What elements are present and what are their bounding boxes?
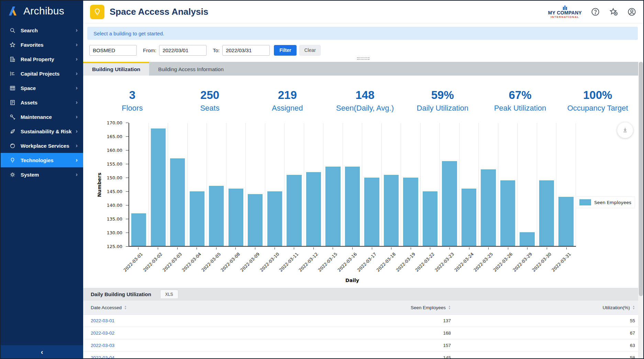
services-icon bbox=[9, 142, 16, 149]
from-date-input[interactable] bbox=[159, 45, 207, 56]
sort-icon: ▲▼ bbox=[632, 305, 635, 310]
lightbulb-title-icon bbox=[90, 5, 104, 19]
sort-icon: ▲▼ bbox=[448, 305, 451, 310]
bar-2022-03-23 bbox=[442, 161, 457, 246]
add-favorite-star-icon[interactable] bbox=[609, 7, 618, 16]
sidebar-item-sustainability-risk[interactable]: Sustainability & Risk› bbox=[1, 124, 83, 138]
search-icon bbox=[9, 27, 16, 34]
sidebar-item-capital-projects[interactable]: Capital Projects› bbox=[1, 66, 83, 81]
clear-button[interactable]: Clear bbox=[299, 45, 320, 56]
bar-2022-03-01 bbox=[131, 213, 146, 246]
tab-building-utilization[interactable]: Building Utilization bbox=[83, 62, 149, 76]
to-label: To: bbox=[213, 47, 220, 53]
star-icon bbox=[9, 41, 16, 48]
sidebar-item-workplace-services[interactable]: Workplace Services› bbox=[1, 138, 83, 153]
drag-handle[interactable] bbox=[357, 57, 369, 61]
building-input[interactable] bbox=[89, 45, 137, 56]
sidebar-item-assets[interactable]: Assets› bbox=[1, 95, 83, 110]
chart-legend: Seen Employees bbox=[576, 197, 635, 208]
leaf-icon bbox=[9, 128, 16, 135]
stat-value: 250 bbox=[171, 89, 249, 102]
sidebar-item-technologies[interactable]: Technologies› bbox=[1, 153, 83, 167]
table-title: Daily Building Utilization bbox=[91, 291, 151, 297]
y-tick-label: 165.00 bbox=[90, 134, 122, 139]
stat-label: Assigned bbox=[248, 104, 326, 113]
vertical-scrollbar bbox=[638, 62, 643, 358]
stat-label: Floors bbox=[93, 104, 171, 113]
chart-bars-icon bbox=[9, 70, 16, 77]
y-axis: 170.00165.00160.00155.00150.00145.00140.… bbox=[90, 123, 129, 247]
column-header-utilization[interactable]: Utilization(%) ▲▼ bbox=[451, 305, 643, 310]
utilization-value: 55 bbox=[451, 318, 643, 323]
bar-slot bbox=[323, 123, 343, 246]
stat-value: 100% bbox=[559, 89, 636, 102]
stat-label: Peak Utilization bbox=[481, 104, 559, 113]
table-body: 2022-03-01137552022-03-02168672022-03-03… bbox=[83, 315, 643, 358]
daily-utilization-table: Daily Building Utilization XLS Date Acce… bbox=[83, 288, 643, 358]
grid-icon bbox=[9, 85, 16, 91]
chevron-right-icon: › bbox=[76, 113, 78, 120]
user-account-icon[interactable] bbox=[627, 7, 636, 16]
table-row: 2022-03-0216867 bbox=[83, 327, 643, 339]
stat-value: 219 bbox=[248, 89, 326, 102]
bar-2022-03-31 bbox=[558, 197, 573, 246]
bar-slot bbox=[381, 123, 401, 246]
main-area: Space Access Analysis MY COMPANY INTERNA… bbox=[83, 1, 643, 358]
chevron-right-icon: › bbox=[76, 27, 78, 34]
bar-2022-03-22 bbox=[423, 191, 437, 246]
stat-assigned: 219Assigned bbox=[248, 89, 326, 113]
xls-export-button[interactable]: XLS bbox=[160, 290, 178, 299]
chevron-right-icon: › bbox=[76, 128, 78, 135]
sidebar-item-label: Favorites bbox=[21, 42, 76, 48]
date-accessed-link[interactable]: 2022-03-04 bbox=[83, 355, 269, 358]
chevron-right-icon: › bbox=[76, 70, 78, 77]
y-tick-mark bbox=[126, 191, 129, 192]
stat-label: Seen(Daily, Avg.) bbox=[326, 104, 404, 113]
sidebar-item-real-property[interactable]: Real Property› bbox=[1, 52, 83, 66]
chevron-right-icon: › bbox=[76, 99, 78, 106]
column-header-seen-employees[interactable]: Seen Employees ▲▼ bbox=[269, 305, 451, 310]
help-icon[interactable] bbox=[591, 7, 600, 16]
x-tick: 2022-03-09 bbox=[245, 247, 265, 277]
x-tick: 2022-03-30 bbox=[537, 247, 557, 277]
y-tick-mark bbox=[126, 164, 129, 164]
y-tick-mark bbox=[126, 205, 129, 205]
bar-slot bbox=[478, 123, 498, 246]
sidebar-collapse-button[interactable]: ‹ bbox=[1, 345, 83, 358]
chevron-right-icon: › bbox=[76, 85, 78, 91]
y-tick-mark bbox=[126, 123, 129, 123]
sidebar-item-system[interactable]: System› bbox=[1, 167, 83, 182]
bar-slot bbox=[420, 123, 440, 246]
building-icon bbox=[9, 56, 16, 63]
chart-download-button[interactable] bbox=[617, 122, 633, 138]
y-tick-mark bbox=[126, 136, 129, 137]
gear-icon bbox=[9, 171, 16, 178]
bar-slot bbox=[401, 123, 420, 246]
bar-slot bbox=[304, 123, 323, 246]
info-banner-text: Select a building to get started. bbox=[93, 31, 164, 36]
x-tick: 2022-03-26 bbox=[498, 247, 518, 277]
stat-floors: 3Floors bbox=[93, 89, 171, 113]
date-accessed-link[interactable]: 2022-03-01 bbox=[83, 318, 269, 323]
sidebar-item-favorites[interactable]: Favorites› bbox=[1, 37, 83, 52]
table-section-header: Daily Building Utilization XLS bbox=[83, 288, 643, 301]
date-accessed-link[interactable]: 2022-03-02 bbox=[83, 330, 269, 336]
sidebar-item-search[interactable]: Search› bbox=[1, 23, 83, 37]
sidebar: Archibus Search›Favorites›Real Property›… bbox=[1, 1, 83, 358]
bar-slot bbox=[517, 123, 537, 246]
company-name: MY COMPANY bbox=[548, 10, 582, 15]
date-accessed-link[interactable]: 2022-03-03 bbox=[83, 343, 269, 348]
filter-button[interactable]: Filter bbox=[274, 45, 297, 56]
tab-building-access-information[interactable]: Building Access Information bbox=[149, 62, 232, 76]
x-tick-label: 2022-03-01 bbox=[123, 251, 144, 273]
utilization-value: 67 bbox=[451, 330, 643, 336]
filter-row: From: To: Filter Clear bbox=[89, 45, 638, 56]
top-bar: Space Access Analysis MY COMPANY INTERNA… bbox=[83, 1, 643, 23]
sidebar-item-maintenance[interactable]: Maintenance› bbox=[1, 110, 83, 124]
scrollbar-thumb[interactable] bbox=[639, 62, 643, 296]
page-title: Space Access Analysis bbox=[110, 7, 548, 17]
to-date-input[interactable] bbox=[222, 45, 270, 56]
bar-2022-03-24 bbox=[462, 189, 476, 246]
sidebar-item-space[interactable]: Space› bbox=[1, 81, 83, 95]
column-header-date-accessed[interactable]: Date Accessed ▲▼ bbox=[83, 305, 269, 310]
